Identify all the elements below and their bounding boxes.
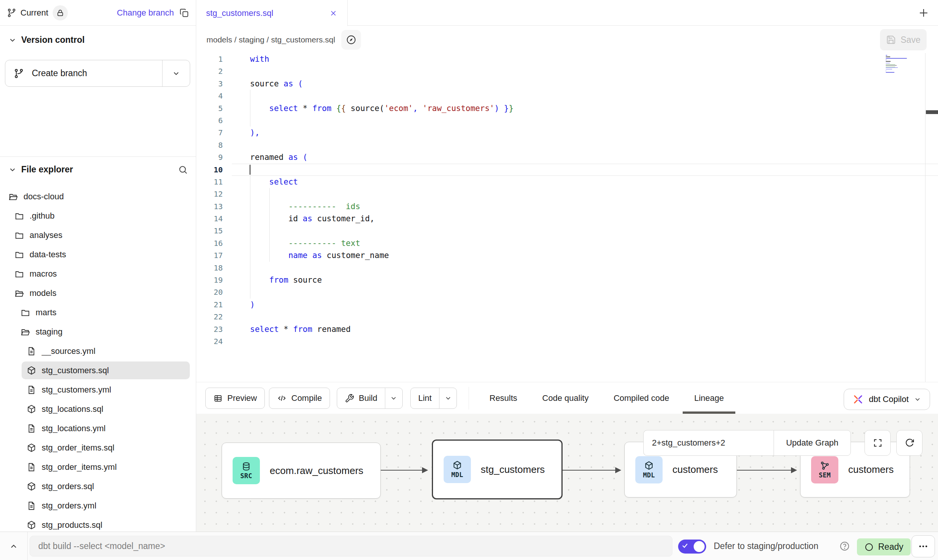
current-branch-label: Current <box>20 8 48 18</box>
copy-branch-icon[interactable] <box>179 8 189 18</box>
lint-button[interactable]: Lint <box>410 388 457 409</box>
tab-compiled-code[interactable]: Compiled code <box>612 383 671 414</box>
file-tree-item--sources-yml[interactable]: __sources.yml <box>0 341 196 361</box>
build-dropdown[interactable] <box>385 388 402 408</box>
code-line-11: 11 select <box>196 176 938 188</box>
sidebar: Current Change branch Version control Cr… <box>0 0 196 532</box>
folder-icon <box>14 269 24 279</box>
file-label: .github <box>30 211 55 221</box>
file-tree-item-stg-orders-yml[interactable]: stg_orders.yml <box>0 496 196 515</box>
node-label: customers <box>672 464 718 476</box>
version-control-header[interactable]: Version control <box>8 35 84 45</box>
file-tree-item-stg-customers-sql[interactable]: stg_customers.sql <box>0 361 196 380</box>
create-branch-button[interactable]: Create branch <box>5 60 190 87</box>
status-bar: Defer to staging/production Ready <box>0 532 938 560</box>
lineage-selector-input[interactable] <box>643 430 774 456</box>
cube-icon <box>452 460 462 470</box>
code-text: ---------- ids <box>232 200 938 213</box>
code-line-15: 15 <box>196 225 938 237</box>
folder-open-icon <box>8 192 18 202</box>
help-icon[interactable] <box>840 541 850 551</box>
more-options-button[interactable] <box>911 535 935 557</box>
node-label: customers <box>848 464 894 476</box>
preview-button[interactable]: Preview <box>205 388 265 409</box>
build-button[interactable]: Build <box>337 388 403 409</box>
tab-stg-customers-sql[interactable]: stg_customers.sql <box>196 0 348 26</box>
update-graph-button[interactable]: Update Graph <box>774 430 851 456</box>
semantic-badge: SEM <box>811 456 838 483</box>
new-tab-button[interactable] <box>916 5 931 20</box>
status-badge[interactable]: Ready <box>857 538 911 555</box>
file-label: __sources.yml <box>42 346 95 356</box>
tab-code-quality[interactable]: Code quality <box>541 383 590 414</box>
defer-toggle[interactable] <box>678 540 706 554</box>
file-tree-item-docs-cloud[interactable]: docs-cloud <box>0 187 196 206</box>
close-icon[interactable] <box>329 9 338 17</box>
dbt-command-input[interactable] <box>30 536 672 557</box>
code-text: ), <box>232 127 938 139</box>
file-tree-item-stg-orders-sql[interactable]: stg_orders.sql <box>0 477 196 496</box>
code-line-19: 19 from source <box>196 274 938 286</box>
line-number: 23 <box>196 323 232 335</box>
line-number: 14 <box>196 213 232 225</box>
code-line-7: 7), <box>196 127 938 139</box>
ready-label: Ready <box>878 542 903 552</box>
file-tree-item--github[interactable]: .github <box>0 206 196 225</box>
lineage-node-stg-customers[interactable]: MDL stg_customers <box>432 440 563 499</box>
model-badge: MDL <box>635 456 663 483</box>
code-text <box>232 114 938 127</box>
code-text: id as customer_id, <box>232 213 938 225</box>
file-tree-item-marts[interactable]: marts <box>0 303 196 322</box>
file-label: stg_customers.sql <box>42 366 109 375</box>
tab-lineage[interactable]: Lineage <box>693 383 725 414</box>
change-branch-link[interactable]: Change branch <box>117 8 174 18</box>
dbt-copilot-button[interactable]: dbt Copilot <box>844 389 930 410</box>
file-icon <box>27 462 36 472</box>
node-label: ecom.raw_customers <box>270 465 363 477</box>
file-tree-item-data-tests[interactable]: data-tests <box>0 245 196 264</box>
chevron-up-icon[interactable] <box>5 538 23 555</box>
file-tree-item-macros[interactable]: macros <box>0 264 196 283</box>
file-tree-item-stg-customers-yml[interactable]: stg_customers.yml <box>0 380 196 399</box>
cube-icon <box>644 461 654 471</box>
code-editor[interactable]: 1with23source as (45 select * from {{ so… <box>196 53 938 382</box>
pane-resize-handle[interactable] <box>926 110 938 114</box>
refresh-button[interactable] <box>896 430 922 456</box>
file-explorer-header[interactable]: File explorer <box>8 164 188 175</box>
code-line-17: 17 name as customer_name <box>196 249 938 261</box>
file-tree-item-analyses[interactable]: analyses <box>0 225 196 245</box>
create-branch-dropdown[interactable] <box>162 60 190 86</box>
code-line-9: 9renamed as ( <box>196 151 938 163</box>
file-tree-item-staging[interactable]: staging <box>0 322 196 341</box>
lint-label: Lint <box>418 393 431 403</box>
tab-results[interactable]: Results <box>488 383 519 414</box>
line-number: 6 <box>196 114 232 127</box>
compile-button[interactable]: Compile <box>269 388 330 409</box>
file-tree-item-stg-order-items-sql[interactable]: stg_order_items.sql <box>0 438 196 457</box>
pane-divider <box>925 53 925 382</box>
file-tree-item-stg-locations-yml[interactable]: stg_locations.yml <box>0 419 196 438</box>
lint-dropdown[interactable] <box>439 388 456 408</box>
editor-minimap[interactable] <box>884 54 909 74</box>
file-tree-item-stg-order-items-yml[interactable]: stg_order_items.yml <box>0 457 196 477</box>
line-number: 24 <box>196 335 232 347</box>
git-branch-icon <box>7 8 17 18</box>
save-button[interactable]: Save <box>880 29 927 50</box>
code-text: source as ( <box>232 78 938 90</box>
file-tree-item-stg-locations-sql[interactable]: stg_locations.sql <box>0 399 196 419</box>
file-tree-item-models[interactable]: models <box>0 283 196 303</box>
lineage-canvas[interactable]: SRC ecom.raw_customers MDL stg_customers… <box>196 414 938 532</box>
network-icon <box>820 461 830 471</box>
compass-icon[interactable] <box>341 30 361 50</box>
fullscreen-button[interactable] <box>865 430 891 456</box>
git-branch-icon <box>14 68 24 79</box>
code-line-8: 8 <box>196 139 938 151</box>
code-line-13: 13 ---------- ids <box>196 200 938 213</box>
code-line-14: 14 id as customer_id, <box>196 213 938 225</box>
chevron-down-icon <box>8 36 17 44</box>
code-text <box>232 225 938 237</box>
search-icon[interactable] <box>178 165 188 175</box>
lineage-node-source[interactable]: SRC ecom.raw_customers <box>222 443 381 499</box>
file-label: stg_customers.yml <box>42 385 111 395</box>
line-number: 5 <box>196 102 232 114</box>
